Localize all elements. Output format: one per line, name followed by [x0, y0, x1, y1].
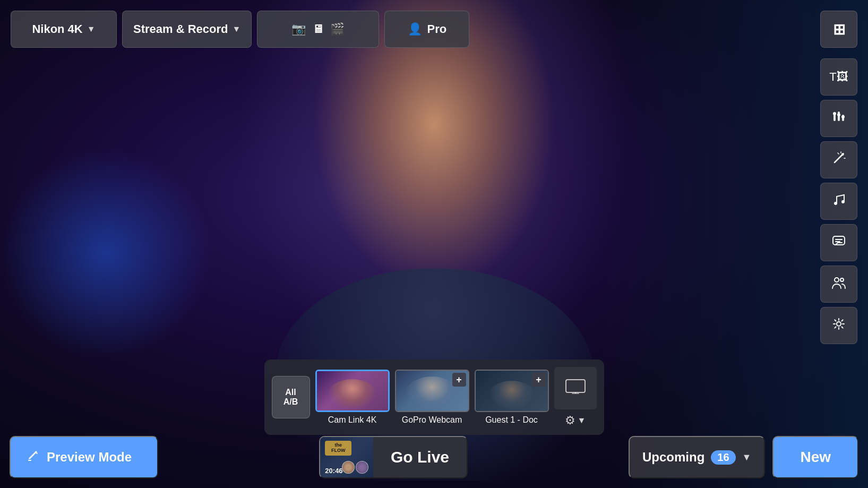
go-live-thumb-inner: theFLOW 20:46 [323, 439, 371, 476]
settings-chevron-icon: ▼ [578, 416, 586, 425]
upcoming-button[interactable]: Upcoming 16 ▼ [629, 436, 765, 478]
mode-chevron-icon: ▼ [233, 24, 241, 34]
add-source-button[interactable] [554, 367, 597, 409]
gear-icon [831, 316, 846, 335]
top-toolbar: Nikon 4K ▼ Stream & Record ▼ 📷 🖥 🎬 👤 Pro… [11, 11, 857, 48]
camera-chevron-icon: ▼ [87, 24, 96, 34]
monitor-placeholder-icon [565, 379, 586, 398]
person-icon: 👤 [408, 22, 422, 36]
pencil-icon [27, 449, 40, 466]
svg-point-4 [837, 113, 840, 116]
avatar-1 [342, 461, 355, 474]
go-live-thumbnail: theFLOW 20:46 [320, 436, 373, 478]
mode-label: Stream & Record [133, 22, 228, 36]
guests-button[interactable] [820, 266, 857, 303]
svg-rect-14 [833, 236, 845, 245]
magic-wand-icon [831, 151, 846, 169]
source-placeholder-group: ⚙ ▼ [554, 367, 597, 427]
svg-point-13 [841, 200, 845, 203]
svg-rect-20 [566, 380, 585, 392]
settings-gear-icon: ⚙ [565, 414, 575, 427]
svg-line-11 [838, 153, 839, 154]
source-settings-button[interactable]: ⚙ ▼ [565, 414, 586, 427]
effects-button[interactable] [820, 141, 857, 178]
source-strip: All A/B Cam Link 4K + GoPro Webcam + Gue… [264, 359, 604, 435]
svg-point-5 [841, 115, 845, 118]
guest1-add-icon[interactable]: + [532, 373, 546, 387]
upcoming-chevron-icon: ▼ [742, 452, 752, 463]
upcoming-badge: 16 [711, 450, 735, 465]
svg-point-3 [833, 112, 836, 115]
gopro-thumbnail: + [395, 370, 469, 412]
svg-point-19 [837, 322, 841, 326]
guest1-thumbnail: + [475, 370, 549, 412]
monitor-icon: 🖥 [312, 22, 324, 36]
audio-mixer-button[interactable] [820, 100, 857, 137]
new-button[interactable]: New [772, 436, 858, 478]
media-icons-group: 📷 🖥 🎬 [291, 22, 345, 36]
bottom-bar: Preview Mode theFLOW 20:46 Go Live Up [10, 436, 858, 478]
chat-bubble-icon [831, 234, 846, 252]
music-button[interactable] [820, 183, 857, 220]
gopro-label: GoPro Webcam [402, 415, 462, 425]
chat-button[interactable] [820, 224, 857, 261]
microphone-sliders-icon [831, 109, 846, 127]
media-type-selector[interactable]: 📷 🖥 🎬 [257, 11, 379, 48]
camera-selector[interactable]: Nikon 4K ▼ [11, 11, 117, 48]
all-ab-button[interactable]: All A/B [272, 376, 310, 418]
right-sidebar: T🖼 [820, 58, 857, 344]
go-live-time: 20:46 [325, 467, 342, 475]
pro-button[interactable]: 👤 Pro [384, 11, 469, 48]
pro-label: Pro [427, 22, 447, 36]
upcoming-label: Upcoming [642, 450, 704, 465]
svg-point-17 [835, 278, 839, 282]
bg-light-effect [0, 147, 212, 359]
go-live-button[interactable]: theFLOW 20:46 Go Live [319, 436, 467, 478]
go-live-text: Go Live [373, 448, 466, 466]
preview-mode-label: Preview Mode [47, 450, 132, 465]
grid-button[interactable]: ⊞ [820, 11, 857, 48]
film-icon: 🎬 [330, 22, 345, 36]
go-live-avatars [342, 461, 368, 474]
source-gopro[interactable]: + GoPro Webcam [395, 370, 469, 425]
ab-label: A/B [283, 397, 298, 407]
text-image-icon: T🖼 [829, 70, 848, 84]
people-icon [831, 275, 847, 293]
avatar-2 [356, 461, 368, 474]
preview-mode-button[interactable]: Preview Mode [10, 436, 158, 478]
settings-button[interactable] [820, 307, 857, 344]
svg-point-12 [834, 202, 837, 205]
svg-line-6 [835, 155, 842, 162]
svg-point-18 [840, 278, 844, 281]
guest1-label: Guest 1 - Doc [485, 415, 538, 425]
text-overlay-button[interactable]: T🖼 [820, 58, 857, 96]
cam-link-label: Cam Link 4K [328, 415, 377, 425]
source-guest1[interactable]: + Guest 1 - Doc [475, 370, 549, 425]
show-logo: theFLOW [331, 443, 346, 453]
all-label: All [285, 388, 296, 397]
camera-icon: 📷 [291, 22, 306, 36]
music-notes-icon [831, 192, 846, 210]
svg-point-8 [842, 153, 844, 155]
gopro-add-icon[interactable]: + [452, 373, 466, 387]
grid-icon: ⊞ [833, 21, 845, 38]
source-cam-link[interactable]: Cam Link 4K [315, 370, 390, 425]
cam-link-thumbnail [315, 370, 390, 412]
camera-label: Nikon 4K [32, 22, 82, 36]
mode-selector[interactable]: Stream & Record ▼ [122, 11, 252, 48]
new-label: New [800, 449, 831, 466]
